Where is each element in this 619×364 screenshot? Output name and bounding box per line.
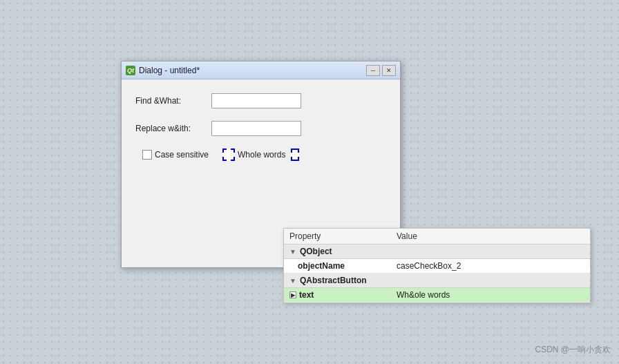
find-row: Find &What: [135, 93, 386, 108]
qt-icon: Qt [126, 66, 135, 75]
objectname-value: caseCheckBox_2 [397, 261, 461, 271]
watermark: CSDN @一响小贪欢 [535, 344, 611, 356]
dialog-title: Dialog - untitled* [139, 66, 366, 75]
dialog-controls: ─ ✕ [366, 65, 396, 76]
property-header: Property Value [284, 229, 590, 245]
replace-label: Replace w&ith: [135, 124, 211, 133]
qabstractbutton-label: QAbstractButton [300, 276, 367, 285]
property-col-header: Property [289, 231, 397, 241]
close-button[interactable]: ✕ [382, 65, 396, 76]
qabstractbutton-section: ▼ QAbstractButton [284, 274, 590, 288]
find-input[interactable] [211, 93, 301, 108]
minimize-button[interactable]: ─ [366, 65, 380, 76]
qobject-section: ▼ QObject [284, 245, 590, 259]
case-sensitive-checkbox-item: Case sensitive [142, 150, 209, 160]
whole-words-checkbox-item: Whole words [222, 149, 299, 161]
find-label: Find &What: [135, 96, 211, 106]
replace-row: Replace w&ith: [135, 121, 386, 136]
checkbox-row: Case sensitive Whole words [135, 149, 386, 161]
qobject-expand-arrow: ▼ [289, 248, 296, 256]
case-sensitive-label: Case sensitive [155, 150, 209, 160]
dialog-titlebar: Qt Dialog - untitled* ─ ✕ [122, 61, 400, 79]
text-value: Wh&ole words [397, 290, 450, 300]
objectname-row: objectName caseCheckBox_2 [284, 259, 590, 274]
text-property: ▶ text [289, 290, 397, 300]
qabstractbutton-expand-arrow: ▼ [289, 277, 296, 285]
case-sensitive-checkbox[interactable] [142, 150, 152, 160]
text-row: ▶ text Wh&ole words [284, 288, 590, 303]
objectname-property: objectName [289, 261, 397, 271]
dialog-body: Find &What: Replace w&ith: Case sensitiv… [122, 79, 400, 171]
qobject-label: QObject [300, 247, 332, 256]
property-panel: Property Value ▼ QObject objectName case… [283, 228, 591, 303]
extra-checkbox[interactable] [291, 149, 299, 161]
whole-words-label: Whole words [238, 150, 285, 160]
value-col-header: Value [397, 231, 417, 241]
whole-words-checkbox[interactable] [222, 149, 235, 161]
replace-input[interactable] [211, 121, 301, 136]
text-expand-button[interactable]: ▶ [289, 291, 296, 298]
